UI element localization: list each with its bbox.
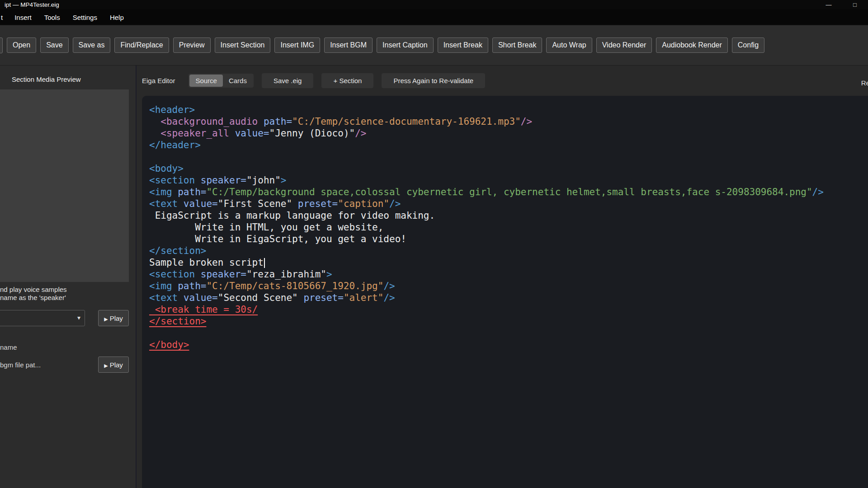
code-token: </body> [149, 339, 189, 350]
code-line[interactable]: <background_audio path="C:/Temp/science-… [149, 116, 868, 127]
code-token: /> [389, 198, 401, 209]
code-line[interactable]: </section> [149, 315, 868, 327]
save-eig-button[interactable]: Save .eig [262, 73, 314, 88]
code-token: "Second Scene" [218, 292, 298, 303]
toolbar-button-config[interactable]: Config [732, 38, 764, 53]
code-token: value= [178, 292, 218, 303]
toolbar-button-insert-bgm[interactable]: Insert BGM [324, 38, 373, 53]
tab-cards[interactable]: Cards [223, 75, 253, 87]
add-section-button[interactable]: + Section [321, 73, 373, 88]
code-line[interactable]: Write in EigaScript, you get a video! [149, 233, 868, 245]
code-line[interactable]: Sample broken script [149, 257, 868, 268]
code-token: /> [812, 187, 824, 197]
code-token: "Jenny (Dioco)" [269, 128, 355, 139]
menu-item-settings[interactable]: Settings [66, 14, 104, 21]
code-token: /> [383, 281, 395, 291]
code-line[interactable]: <speaker_all value="Jenny (Dioco)"/> [149, 127, 868, 139]
code-token: "john" [246, 175, 281, 186]
code-line[interactable]: <img path="C:/Temp/cats-8105667_1920.jpg… [149, 280, 868, 292]
code-line[interactable]: <img path="C:/Temp/background space,colo… [149, 186, 868, 198]
code-token: "C:/Temp/science-documentary-169621.mp3" [292, 116, 521, 127]
editor-area: Eiga Editor SourceCards Save .eig+ Secti… [137, 66, 868, 488]
code-token: <img [149, 281, 172, 291]
voice-hint-line1: nd play voice samples [0, 286, 136, 294]
toolbar-button-find-replace[interactable]: Find/Replace [114, 38, 169, 53]
code-token: /> [355, 128, 366, 139]
toolbar-button-partial[interactable] [0, 38, 3, 53]
code-token: <text [149, 292, 178, 303]
code-line[interactable]: <text value="Second Scene" preset="alert… [149, 292, 868, 304]
code-token: /> [383, 292, 395, 303]
code-line[interactable]: <body> [149, 163, 868, 174]
name-label: name [0, 343, 136, 351]
code-line[interactable]: EigaScript is a markup language for vide… [149, 210, 868, 221]
toolbar-button-insert-caption[interactable]: Insert Caption [377, 38, 434, 53]
toolbar-button-insert-section[interactable]: Insert Section [215, 38, 271, 53]
code-line[interactable]: Write in HTML, you get a website, [149, 221, 868, 233]
code-token: <section [149, 175, 195, 186]
code-line[interactable]: </body> [149, 339, 868, 351]
voice-sample-hint: nd play voice samples name as the 'speak… [0, 286, 136, 302]
bgm-row: bgm file pat... ▶Play [0, 357, 129, 373]
code-token: <body> [149, 163, 184, 174]
menu-item-partial[interactable]: t [0, 14, 8, 21]
play-bgm-label: Play [110, 361, 123, 369]
toolbar-button-insert-img[interactable]: Insert IMG [274, 38, 320, 53]
code-token: path= [172, 281, 207, 291]
code-token: "caption" [338, 198, 389, 209]
menu-bar: tInsertToolsSettingsHelp [0, 9, 868, 25]
code-token: "First Scene" [218, 198, 292, 209]
editor-title: Eiga Editor [142, 77, 175, 84]
toolbar-button-auto-wrap[interactable]: Auto Wrap [546, 38, 592, 53]
play-bgm-button[interactable]: ▶Play [98, 357, 129, 373]
toolbar-button-video-render[interactable]: Video Render [596, 38, 652, 53]
voice-sample-select[interactable]: ▾ [0, 310, 85, 326]
content-area: Section Media Preview nd play voice samp… [0, 65, 868, 488]
code-line[interactable]: </header> [149, 139, 868, 151]
voice-sample-row: ▾ ▶Play [0, 310, 129, 326]
render-button-partial[interactable]: Re [861, 79, 868, 87]
editor-tabs: SourceCards [189, 74, 254, 88]
code-line[interactable]: <section speaker="john"> [149, 174, 868, 186]
section-media-preview-panel [0, 89, 129, 282]
code-token: "alert" [344, 292, 384, 303]
code-line[interactable] [149, 151, 868, 163]
code-token: <header> [149, 104, 195, 115]
code-line[interactable]: </section> [149, 245, 868, 257]
toolbar-button-open[interactable]: Open [7, 38, 36, 53]
menu-item-insert[interactable]: Insert [8, 14, 38, 21]
code-token: EigaScript is a markup language for vide… [149, 210, 435, 221]
code-token: "C:/Temp/background space,colossal cyber… [206, 187, 812, 197]
minimize-icon[interactable]: — [816, 0, 842, 9]
toolbar-button-save[interactable]: Save [40, 38, 68, 53]
revalidate-button[interactable]: Press Again to Re-validate [382, 73, 485, 88]
code-token: <text [149, 198, 178, 209]
toolbar-button-audiobook-render[interactable]: Audiobook Render [656, 38, 728, 53]
maximize-icon[interactable]: □ [842, 0, 868, 9]
toolbar-button-insert-break[interactable]: Insert Break [438, 38, 488, 53]
code-line[interactable]: <text value="First Scene" preset="captio… [149, 198, 868, 210]
tab-source[interactable]: Source [189, 75, 223, 87]
toolbar-button-short-break[interactable]: Short Break [492, 38, 542, 53]
code-editor[interactable]: <header> <background_audio path="C:/Temp… [142, 96, 868, 488]
code-line[interactable] [149, 327, 868, 339]
code-token [149, 116, 160, 127]
code-token: </section> [149, 316, 206, 327]
code-line[interactable]: <header> [149, 104, 868, 116]
code-token: <img [149, 187, 172, 197]
play-voice-button[interactable]: ▶Play [98, 310, 129, 326]
toolbar-button-preview[interactable]: Preview [173, 38, 211, 53]
chevron-down-icon: ▾ [77, 314, 80, 321]
sidebar-title: Section Media Preview [0, 66, 136, 83]
play-icon: ▶ [104, 316, 108, 322]
code-token: <speaker_all [160, 128, 229, 139]
menu-item-help[interactable]: Help [104, 14, 130, 21]
code-token: <section [149, 269, 195, 280]
code-line[interactable]: <section speaker="reza_ibrahim"> [149, 268, 868, 280]
code-line[interactable]: <break time = 30s/ [149, 304, 868, 315]
sidebar: Section Media Preview nd play voice samp… [0, 66, 137, 488]
code-token: speaker= [195, 175, 246, 186]
code-token: Sample broken script [149, 257, 264, 268]
menu-item-tools[interactable]: Tools [38, 14, 66, 21]
toolbar-button-save-as[interactable]: Save as [73, 38, 111, 53]
